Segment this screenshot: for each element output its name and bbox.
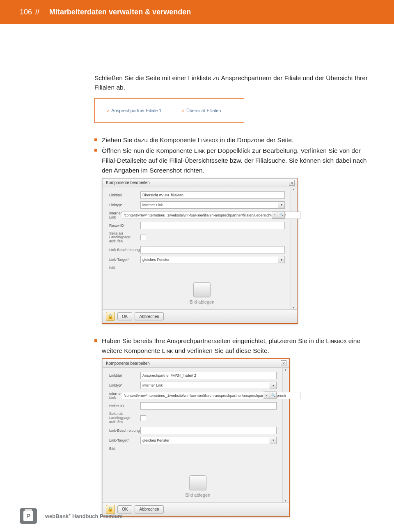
input-linktitel[interactable]: Ansprechpartner #VRN_filiale# 2 (140, 372, 277, 379)
label-interner-link: interner Link (109, 392, 122, 400)
input-reiter-id[interactable] (140, 402, 277, 410)
scrollbar[interactable] (282, 368, 288, 502)
select-target[interactable]: gleiches Fenster (140, 256, 285, 263)
label-bild: Bild (109, 266, 140, 270)
scrollbar[interactable] (291, 187, 296, 310)
label-interner-link: interner Link (109, 211, 122, 219)
lock-icon[interactable]: 🔒 (106, 312, 115, 321)
image-dropzone[interactable]: Bild ablegen (109, 282, 295, 304)
label-reiter-id: Reiter-ID (109, 223, 140, 228)
select-linktyp[interactable]: interner Link (140, 201, 285, 209)
linklist-item-1[interactable]: Ansprechpartner Filiale 1 (107, 107, 162, 113)
label-target: Link-Target* (109, 438, 140, 442)
dialog-2-titlebar: Komponente bearbeiten × (103, 359, 289, 368)
dialog-1-frame: Komponente bearbeiten × Linktitel Übersi… (102, 178, 298, 324)
select-target[interactable]: gleiches Fenster (140, 437, 277, 444)
dialog-2-frame: Komponente bearbeiten × Linktitel Anspre… (102, 358, 290, 517)
search-icon[interactable]: 🔍 (270, 392, 277, 399)
dialog-2-body: Linktitel Ansprechpartner #VRN_filiale# … (103, 368, 289, 502)
page-number: 106 (20, 8, 32, 16)
label-linktyp: Linktyp* (109, 203, 140, 207)
chevron-down-icon[interactable] (270, 437, 276, 444)
image-drop-label: Bild ablegen (190, 299, 215, 304)
label-linktitel: Linktitel (109, 193, 140, 197)
page-content: Schließen Sie die Seite mit einer Linkli… (0, 24, 394, 517)
dialog-1-title: Komponente bearbeiten (106, 180, 150, 185)
intro-paragraph: Schließen Sie die Seite mit einer Linkli… (94, 73, 374, 92)
premium-badge-icon: P (20, 508, 37, 524)
page-header: 106 // Mitarbeiterdaten verwalten & verw… (0, 0, 394, 24)
page-footer: P webBank+ Handbuch Premium (20, 508, 123, 524)
dialog-1-footer: 🔒 OK Abbrechen (103, 309, 297, 323)
checkbox-landingpage[interactable] (140, 415, 146, 421)
label-landingpage: Seite als Landingpage aufrufen (109, 412, 140, 424)
image-dropzone[interactable]: Bild ablegen (109, 475, 286, 497)
bullet-block-1: Ziehen Sie dazu die Komponente Linkbox i… (94, 135, 374, 175)
image-placeholder-icon (189, 475, 206, 490)
input-linktitel[interactable]: Übersicht #VRN_filiale#n (140, 191, 285, 199)
image-placeholder-icon (193, 282, 211, 297)
bullet-3: Haben Sie bereits Ihre Ansprechpartnerse… (94, 336, 374, 356)
input-reiter-id[interactable] (140, 222, 285, 229)
linklist-item-2[interactable]: Übersicht Filialen (182, 107, 221, 113)
input-beschreibung[interactable] (140, 246, 285, 253)
label-landingpage: Seite als Landingpage aufrufen (109, 232, 140, 244)
dialog-1-body: Linktitel Übersicht #VRN_filiale#n Linkt… (103, 187, 297, 310)
dialog-2: Komponente bearbeiten × Linktitel Anspre… (102, 359, 289, 516)
bullet-block-2: Haben Sie bereits Ihre Ansprechpartnerse… (94, 336, 374, 356)
label-beschreibung: Link-Beschreibung (109, 428, 140, 433)
label-linktitel: Linktitel (109, 373, 140, 378)
image-drop-label: Bild ablegen (186, 493, 211, 497)
close-icon[interactable]: × (281, 360, 286, 366)
chevron-down-icon[interactable] (278, 256, 284, 263)
cancel-button[interactable]: Abbrechen (135, 505, 163, 514)
footer-text: webBank+ Handbuch Premium (45, 513, 123, 519)
label-reiter-id: Reiter-ID (109, 404, 140, 408)
dialog-1-titlebar: Komponente bearbeiten × (103, 179, 297, 187)
bullet-1: Ziehen Sie dazu die Komponente Linkbox i… (94, 135, 374, 145)
clear-icon[interactable]: × (272, 211, 278, 219)
search-icon[interactable]: 🔍 (278, 211, 285, 219)
header-title: Mitarbeiterdaten verwalten & verwenden (49, 8, 191, 16)
close-icon[interactable]: × (289, 180, 295, 186)
input-beschreibung[interactable] (140, 427, 277, 434)
label-bild: Bild (109, 447, 140, 451)
label-target: Link-Target* (109, 258, 140, 262)
ok-button[interactable]: OK (117, 312, 132, 320)
select-linktyp[interactable]: interner Link (140, 382, 277, 389)
dialog-2-title: Komponente bearbeiten (106, 361, 150, 366)
bullet-2: Öffnen Sie nun die Komponente Link per D… (94, 146, 374, 175)
checkbox-landingpage[interactable] (140, 235, 146, 240)
chevron-down-icon[interactable] (270, 382, 276, 389)
clear-icon[interactable]: × (263, 392, 270, 399)
cancel-button[interactable]: Abbrechen (135, 312, 163, 320)
dialog-1: Komponente bearbeiten × Linktitel Übersi… (102, 178, 298, 324)
header-separator: // (35, 8, 39, 16)
linklist-preview: Ansprechpartner Filiale 1 Übersicht Fili… (94, 98, 244, 123)
chevron-down-icon[interactable] (278, 202, 284, 208)
label-beschreibung: Link-Beschreibung (109, 248, 140, 252)
dialog-2-footer: 🔒 OK Abbrechen (103, 502, 289, 516)
label-linktyp: Linktyp* (109, 383, 140, 387)
